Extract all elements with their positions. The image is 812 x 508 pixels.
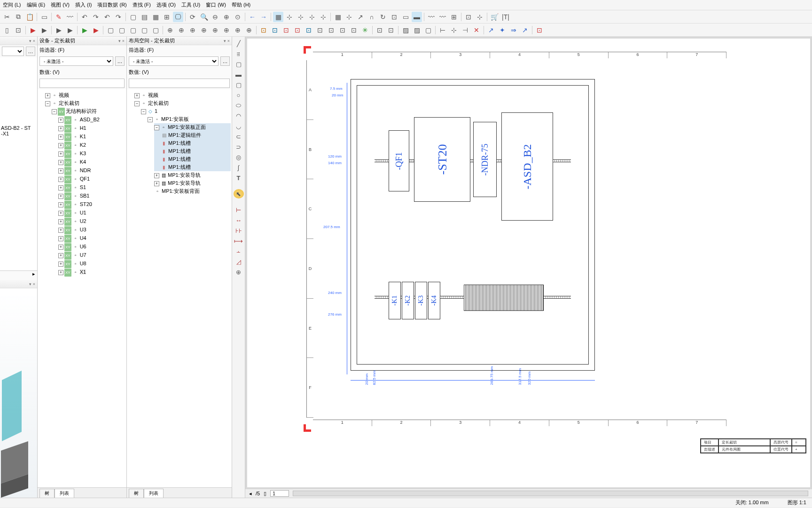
page-input[interactable]: [270, 490, 289, 497]
delete-icon[interactable]: ▭: [39, 12, 49, 22]
redo2-icon[interactable]: ↷: [113, 12, 124, 22]
align4-icon[interactable]: ✕: [471, 25, 482, 35]
dim4-icon[interactable]: ⟼: [234, 236, 244, 246]
ins6-icon[interactable]: ⊕: [221, 25, 232, 35]
hatch1-icon[interactable]: ▨: [400, 25, 411, 35]
refresh-icon[interactable]: ⟳: [187, 12, 198, 22]
ins5-icon[interactable]: ⊕: [210, 25, 220, 35]
menu-find[interactable]: 查找 (F): [133, 1, 151, 8]
tree1-item[interactable]: K1: [80, 134, 86, 139]
tree1-item[interactable]: K4: [80, 159, 86, 165]
arc2-icon[interactable]: ◡: [234, 121, 244, 131]
tree1-item[interactable]: U3: [80, 227, 86, 232]
panel1-value-input[interactable]: [39, 79, 125, 88]
align3-icon[interactable]: ⊣: [460, 25, 470, 35]
tree1-item[interactable]: S1: [80, 184, 86, 190]
hatch3-icon[interactable]: ▢: [423, 25, 433, 35]
roundrect-icon[interactable]: ▢: [234, 80, 244, 89]
sym10-icon[interactable]: ✳: [360, 25, 370, 35]
sym8-icon[interactable]: ⊡: [337, 25, 348, 35]
polyline-icon[interactable]: Ⲷ: [234, 49, 244, 58]
sym5-icon[interactable]: ⊡: [304, 25, 314, 35]
format-icon[interactable]: 〰: [65, 12, 75, 22]
measure-icon[interactable]: ⊕: [234, 267, 244, 277]
t2-1-icon[interactable]: ▯: [2, 25, 12, 35]
pages-icon[interactable]: ▤: [139, 12, 149, 22]
cursor-icon[interactable]: ⬉: [234, 189, 244, 198]
undo-icon[interactable]: ↶: [79, 12, 90, 22]
tree1-item[interactable]: ST20: [80, 201, 92, 207]
tree1-item[interactable]: U6: [80, 244, 86, 249]
zoom-out-icon[interactable]: ⊖: [210, 12, 220, 22]
zoom-icon[interactable]: 🔍: [199, 12, 209, 22]
flag2-icon[interactable]: ▶: [39, 25, 49, 35]
tree-devices[interactable]: +▫视频 −▫定长裁切 −XY无结构标识符 +XY▫ASD_B2+XY▫H1+X…: [38, 89, 126, 487]
tree1-item[interactable]: K3: [80, 151, 86, 156]
snap1-icon[interactable]: ▦: [333, 12, 343, 22]
tree2-back[interactable]: MP1:安装板背面: [162, 188, 200, 194]
comp-st20[interactable]: -ST20: [414, 117, 470, 202]
tree1-expand-icon[interactable]: +: [45, 93, 50, 98]
dim2-icon[interactable]: ↔: [234, 215, 244, 225]
comp-k2[interactable]: -K2: [402, 282, 414, 319]
menu-space[interactable]: 空间 (L): [3, 1, 21, 8]
tree1-item[interactable]: U4: [80, 235, 86, 241]
tree1-item[interactable]: U8: [80, 261, 86, 266]
tab-tree-2[interactable]: 树: [129, 489, 144, 498]
comp-k4[interactable]: -K4: [428, 282, 440, 319]
panel2-filter-select[interactable]: - 未激活 -: [129, 56, 219, 66]
rect2-icon[interactable]: ▬: [412, 12, 422, 22]
ins3-icon[interactable]: ⊕: [187, 25, 198, 35]
arrow4-icon[interactable]: ↗: [520, 25, 530, 35]
tree1-collapse-icon[interactable]: −: [45, 101, 50, 106]
tree1-video[interactable]: 视频: [59, 92, 69, 98]
wave-icon[interactable]: 〰: [426, 12, 437, 22]
panel2-filter-more-button[interactable]: …: [220, 56, 230, 66]
preview-3d[interactable]: [0, 288, 37, 498]
panel0-dropdown-icon[interactable]: ▾ ×: [29, 39, 35, 43]
text-icon[interactable]: T: [234, 173, 244, 183]
zoom-fit-icon[interactable]: ⊙: [233, 12, 243, 22]
tree2-video[interactable]: 视频: [148, 92, 158, 98]
tree1-item[interactable]: U1: [80, 210, 86, 215]
box4-icon[interactable]: ▢: [139, 25, 149, 35]
panel0-scroll-right-icon[interactable]: ▸: [31, 271, 37, 278]
tree1-item[interactable]: X1: [80, 269, 86, 275]
grid4-icon[interactable]: ⊹: [307, 12, 317, 22]
panel1-filter-more-button[interactable]: …: [115, 56, 125, 66]
grid1-icon[interactable]: ▦: [273, 12, 283, 22]
comp-k3[interactable]: -K3: [415, 282, 427, 319]
ins2-icon[interactable]: ⊕: [176, 25, 187, 35]
hatch2-icon[interactable]: ▨: [412, 25, 422, 35]
table-icon[interactable]: ⊞: [449, 12, 459, 22]
panel0b-close-icon[interactable]: ▾ ×: [29, 282, 35, 286]
dim3-icon[interactable]: ⊦⊦: [234, 226, 244, 235]
copy-icon[interactable]: ⧉: [13, 12, 23, 22]
tree2-slot3[interactable]: MP1:线槽: [168, 156, 191, 162]
ins4-icon[interactable]: ⊕: [199, 25, 209, 35]
tree1-item[interactable]: U2: [80, 218, 86, 224]
menu-view[interactable]: 视图 (V): [51, 1, 70, 8]
tree1-item[interactable]: H1: [80, 125, 86, 131]
panel0-more-button[interactable]: …: [26, 47, 35, 56]
panel0-tree[interactable]: ASD-B2 - ST -X1: [0, 57, 37, 270]
menu-help[interactable]: 帮助 (H): [232, 1, 250, 8]
tree2-n1[interactable]: 1: [155, 108, 157, 114]
textmode-icon[interactable]: |T|: [500, 12, 511, 22]
terminal-block[interactable]: [464, 285, 544, 311]
h-scrollbar[interactable]: [293, 491, 808, 496]
donut-icon[interactable]: ◎: [234, 152, 244, 162]
tab-list-2[interactable]: 列表: [144, 489, 164, 498]
tree2-board[interactable]: MP1:安装板: [161, 116, 189, 122]
ellipse-icon[interactable]: ⬭: [234, 101, 244, 110]
arc-icon[interactable]: ◠: [234, 111, 244, 120]
scroll-left-icon[interactable]: ◂: [249, 491, 252, 497]
align2-icon[interactable]: ⊹: [449, 25, 459, 35]
tab-tree-1[interactable]: 树: [39, 489, 55, 498]
tree1-item[interactable]: U7: [80, 252, 86, 258]
circle-icon[interactable]: ○: [234, 90, 244, 100]
tree1-sub[interactable]: 无结构标识符: [66, 108, 97, 114]
tree2-logic[interactable]: MP1:逻辑组件: [168, 132, 201, 138]
ins8-icon[interactable]: ⊕: [244, 25, 254, 35]
snap2-icon[interactable]: ⊹: [344, 12, 354, 22]
